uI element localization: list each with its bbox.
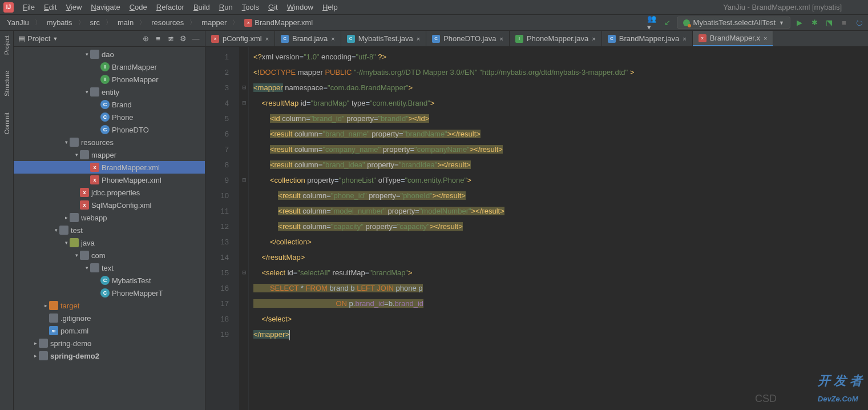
crumb-brandmapper.xml[interactable]: xBrandMapper.xml xyxy=(241,17,316,28)
tab-phonemapper-java[interactable]: IPhoneMapper.java× xyxy=(510,31,602,46)
stop-icon[interactable]: ■ xyxy=(838,17,850,29)
user-icon[interactable]: 👥▾ xyxy=(647,17,659,29)
app-icon: IJ xyxy=(3,2,14,13)
menu-tools[interactable]: Tools xyxy=(237,3,264,11)
blue-icon: C xyxy=(281,35,289,43)
xml-icon: x xyxy=(80,188,89,197)
tree-item-brandmapper[interactable]: IBrandMapper xyxy=(14,61,205,73)
tree-item-com[interactable]: ▾com xyxy=(14,249,205,262)
watermark-csd: CSD xyxy=(755,391,777,407)
blue-icon: C xyxy=(100,100,110,109)
tab-pconfig-xml[interactable]: xpConfig.xml× xyxy=(205,31,275,46)
locate-icon[interactable]: ⊕ xyxy=(141,34,150,43)
tool-structure[interactable]: Structure xyxy=(3,69,10,99)
tree-item-phonemapper[interactable]: IPhoneMapper xyxy=(14,73,205,86)
tree-item-spring-demo2[interactable]: ▸spring-demo2 xyxy=(14,349,205,362)
code-editor[interactable]: <?xml version="1.0" encoding="utf-8" ?><… xyxy=(249,47,868,410)
project-tree[interactable]: ▾daoIBrandMapperIPhoneMapper▾entityCBran… xyxy=(14,47,205,410)
close-icon[interactable]: × xyxy=(265,35,269,42)
tree-item-target[interactable]: ▸target xyxy=(14,299,205,312)
hide-icon[interactable]: — xyxy=(191,34,200,43)
folder-icon xyxy=(80,150,89,159)
close-icon[interactable]: × xyxy=(764,35,767,42)
menu-build[interactable]: Build xyxy=(189,3,215,11)
fold-column[interactable]: ⊟⊟⊟⊟ xyxy=(240,47,249,410)
close-icon[interactable]: × xyxy=(499,35,503,42)
menu-edit[interactable]: Edit xyxy=(39,3,61,11)
tree-item-brandmapper-xml[interactable]: xBrandMapper.xml xyxy=(14,161,205,174)
close-icon[interactable]: × xyxy=(592,35,595,42)
crumb-main[interactable]: main xyxy=(114,17,137,28)
debug-icon[interactable]: ✱ xyxy=(809,17,820,29)
tree-item-phone[interactable]: CPhone xyxy=(14,111,205,123)
tree-item-entity[interactable]: ▾entity xyxy=(14,86,205,98)
xml-icon: x xyxy=(699,34,706,42)
blue-icon: C xyxy=(432,35,440,43)
xml-icon: x xyxy=(90,175,99,184)
coverage-icon[interactable]: ⬔ xyxy=(823,17,835,29)
xml-icon: x xyxy=(211,35,219,43)
tree-item-phonedto[interactable]: CPhoneDTO xyxy=(14,123,205,136)
green-icon: I xyxy=(100,62,110,71)
tree-item-pom-xml[interactable]: mpom.xml xyxy=(14,324,205,337)
run-configuration-dropdown[interactable]: MybatisTest.selectAllTest ▼ xyxy=(677,17,790,29)
tree-item-mapper[interactable]: ▾mapper xyxy=(14,148,205,161)
run-icon[interactable]: ▶ xyxy=(794,17,805,29)
expand-icon[interactable]: ≡ xyxy=(154,34,163,43)
menu-file[interactable]: File xyxy=(18,3,39,11)
tab-brandmapper-java[interactable]: CBrandMapper.java× xyxy=(602,31,693,46)
tree-item-phonemapper-xml[interactable]: xPhoneMapper.xml xyxy=(14,174,205,186)
tab-brand-java[interactable]: CBrand.java× xyxy=(275,31,341,46)
chevron-down-icon: ▼ xyxy=(779,20,784,26)
collapse-icon[interactable]: ≢ xyxy=(166,34,175,43)
tab-brandmapper-x[interactable]: xBrandMapper.x× xyxy=(693,31,774,46)
tree-item-dao[interactable]: ▾dao xyxy=(14,48,205,61)
tool-commit[interactable]: Commit xyxy=(3,110,10,136)
menu-navigate[interactable]: Navigate xyxy=(86,3,124,11)
settings-icon[interactable]: ⚙ xyxy=(179,34,188,43)
tree-item-phonemappert[interactable]: CPhoneMapperT xyxy=(14,287,205,299)
navbar: YanJiu〉mybatis〉src〉main〉resources〉mapper… xyxy=(0,15,868,31)
menu-code[interactable]: Code xyxy=(125,3,152,11)
build-icon[interactable]: ↙ xyxy=(662,17,673,29)
chevron-down-icon[interactable]: ▼ xyxy=(53,36,58,42)
teal-icon: C xyxy=(347,35,355,43)
tab-phonedto-java[interactable]: CPhoneDTO.java× xyxy=(426,31,510,46)
crumb-yanjiu[interactable]: YanJiu xyxy=(3,17,33,28)
tab-mybatistest-java[interactable]: CMybatisTest.java× xyxy=(341,31,427,46)
tree-item--gitignore[interactable]: .gitignore xyxy=(14,312,205,324)
close-icon[interactable]: × xyxy=(331,35,334,42)
crumb-resources[interactable]: resources xyxy=(148,17,187,28)
menu-run[interactable]: Run xyxy=(215,3,237,11)
close-icon[interactable]: × xyxy=(683,35,686,42)
crumb-mybatis[interactable]: mybatis xyxy=(43,17,76,28)
menu-view[interactable]: View xyxy=(61,3,86,11)
menu-refactor[interactable]: Refactor xyxy=(152,3,189,11)
menu-help[interactable]: Help xyxy=(318,3,342,11)
xml-icon: x xyxy=(80,200,89,210)
tree-item-mybatistest[interactable]: CMybatisTest xyxy=(14,274,205,287)
tree-item-jdbc-properties[interactable]: xjdbc.properties xyxy=(14,186,205,199)
tree-item-webapp[interactable]: ▸webapp xyxy=(14,211,205,224)
tree-item-brand[interactable]: CBrand xyxy=(14,98,205,111)
tree-item-sqlmapconfig-xml[interactable]: xSqlMapConfig.xml xyxy=(14,199,205,211)
maven-icon: m xyxy=(49,326,58,335)
tool-project[interactable]: Project xyxy=(3,33,10,57)
tree-item-spring-demo[interactable]: ▸spring-demo xyxy=(14,337,205,349)
folder-icon xyxy=(90,263,99,272)
git-update-icon[interactable]: ⭮ xyxy=(853,17,865,29)
tree-item-resources[interactable]: ▾resources xyxy=(14,136,205,148)
watermark: 开 发 者 DevZe.CoM xyxy=(818,372,862,407)
folder-icon xyxy=(39,351,48,360)
folder-icon xyxy=(70,138,79,147)
folder-g-icon xyxy=(70,238,79,247)
menu-window[interactable]: Window xyxy=(282,3,318,11)
tree-item-test[interactable]: ▾test xyxy=(14,224,205,236)
crumb-mapper[interactable]: mapper xyxy=(198,17,230,28)
tree-item-text[interactable]: ▾text xyxy=(14,262,205,274)
crumb-src[interactable]: src xyxy=(87,17,103,28)
tree-item-java[interactable]: ▾java xyxy=(14,236,205,249)
menu-git[interactable]: Git xyxy=(264,3,282,11)
close-icon[interactable]: × xyxy=(417,35,420,42)
folder-icon xyxy=(59,226,68,235)
